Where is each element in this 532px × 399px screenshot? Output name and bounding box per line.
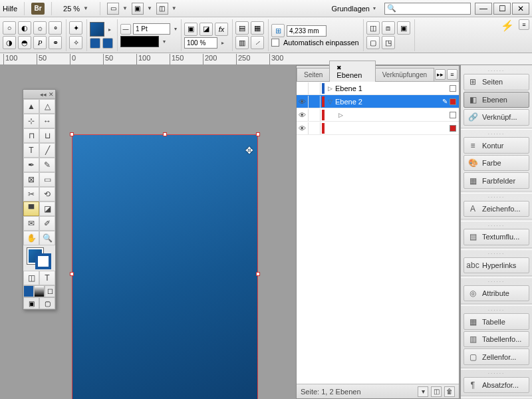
selection-handle[interactable] — [163, 132, 167, 136]
transform-tool[interactable]: ⟲ — [39, 187, 55, 201]
delete-layer-icon[interactable]: 🗑 — [444, 386, 455, 397]
view-options[interactable]: ▭▼ — [107, 3, 128, 15]
ref-point-icon[interactable]: ⊞ — [271, 24, 285, 37]
apply-none-icon[interactable]: ☐ — [45, 285, 55, 297]
selection-handle[interactable] — [70, 272, 74, 276]
hand-tool[interactable]: ✋ — [23, 231, 39, 245]
autofit-checkbox[interactable] — [271, 39, 279, 47]
tab-verknuepfungen[interactable]: Verknüpfungen — [375, 68, 434, 81]
visibility-toggle[interactable]: 👁 — [297, 122, 309, 134]
panel-menu-icon[interactable]: ≡ — [519, 19, 529, 30]
dock-button-tabellenfo-[interactable]: ▥Tabellenfo... — [464, 331, 529, 348]
swatch-small[interactable] — [90, 38, 100, 49]
wrap-icon[interactable]: ▤ — [235, 21, 249, 35]
dock-button-absatzfor-[interactable]: ¶Absatzfor... — [464, 377, 529, 394]
tab-ebenen[interactable]: ✖ Ebenen — [329, 61, 375, 82]
tool-icon[interactable]: P — [33, 36, 47, 49]
line-tool[interactable]: ╱ — [39, 143, 55, 158]
maximize-button[interactable]: ☐ — [493, 3, 511, 15]
screen-mode[interactable]: ▣▼ — [132, 3, 152, 15]
page-tool[interactable]: ⊹ — [23, 114, 39, 128]
dock-button-zellenfor-[interactable]: ▢Zellenfor... — [464, 348, 529, 365]
effects-icon[interactable]: ▣ — [184, 23, 198, 36]
visibility-toggle[interactable]: 👁 — [297, 96, 309, 108]
selection-tool[interactable]: ▲ — [23, 99, 39, 114]
new-layer-icon[interactable]: ◫ — [431, 386, 442, 397]
pen-tool[interactable]: ✒ — [23, 158, 39, 172]
expand-arrow-icon[interactable]: ▽ — [326, 98, 334, 105]
zoom-tool[interactable]: 🔍 — [39, 231, 55, 245]
tool-icon[interactable]: ✦ — [69, 21, 82, 35]
apply-color-icon[interactable] — [23, 285, 34, 297]
selection-indicator[interactable] — [450, 112, 456, 118]
fit-icon[interactable]: ⧈ — [382, 21, 395, 35]
gradient-swatch-tool[interactable]: ▀ — [23, 201, 39, 216]
swatch-small[interactable] — [102, 38, 113, 49]
selected-rectangle[interactable] — [72, 134, 258, 399]
dock-button-verkn-pf-[interactable]: 🔗Verknüpf... — [464, 109, 529, 126]
dock-button-ebenen[interactable]: ◧Ebenen — [464, 92, 529, 108]
quick-apply-icon[interactable]: ⚡ — [499, 19, 516, 32]
gap-tool[interactable]: ↔ — [39, 114, 55, 128]
effects-icon[interactable]: ◪ — [200, 23, 213, 36]
fit-icon[interactable]: ▣ — [397, 21, 410, 35]
zoom-level[interactable]: 25 %▼ — [59, 3, 93, 15]
format-container-icon[interactable]: ◫ — [23, 271, 39, 285]
note-tool[interactable]: ✉ — [23, 216, 39, 231]
dock-button-attribute[interactable]: ◎Attribute — [464, 285, 529, 302]
visibility-toggle[interactable]: 👁 — [297, 109, 309, 121]
content-placer-tool[interactable]: ⊔ — [39, 128, 55, 143]
selection-handle[interactable] — [256, 132, 260, 136]
selection-indicator[interactable] — [450, 85, 456, 92]
fill-stroke-swatch[interactable] — [23, 245, 55, 271]
expand-arrow-icon[interactable]: ▷ — [326, 85, 334, 92]
visibility-toggle[interactable] — [297, 82, 309, 94]
collapse-icon[interactable]: ▸▸ — [435, 69, 446, 80]
tool-icon[interactable]: ☼ — [33, 21, 47, 35]
canvas[interactable]: ✥ ◂◂ ✕ ▲△ ⊹↔ ⊓⊔ T╱ ✒✎ ⊠▭ ✂⟲ ▀◪ ✉✐ ✋🔍 ◫T … — [0, 65, 532, 399]
stroke-weight-input[interactable]: 1 Pt — [133, 23, 170, 35]
wrap-icon[interactable]: ▥ — [235, 36, 249, 49]
selection-handle[interactable] — [256, 272, 260, 276]
tool-icon[interactable]: ○ — [3, 21, 16, 35]
layer-row[interactable]: ▷Ebene 1 — [297, 82, 459, 95]
fit-icon[interactable]: ▢ — [366, 36, 380, 49]
selection-indicator[interactable] — [450, 98, 456, 105]
layer-row[interactable]: 👁 — [297, 122, 459, 135]
tool-icon[interactable]: ◐ — [18, 21, 31, 35]
pencil-tool[interactable]: ✎ — [39, 158, 55, 172]
view-mode-preview[interactable]: ▢ — [39, 297, 55, 309]
format-text-icon[interactable]: T — [39, 271, 55, 285]
dock-button-seiten[interactable]: ⊞Seiten — [464, 74, 529, 90]
rectangle-tool[interactable]: ▭ — [39, 172, 55, 187]
lock-toggle[interactable] — [309, 109, 321, 121]
tool-icon[interactable]: ✧ — [69, 36, 82, 49]
fit-icon[interactable]: ◳ — [382, 36, 395, 49]
search-input[interactable]: 🔍 — [384, 3, 471, 15]
eyedropper-tool[interactable]: ✐ — [39, 216, 55, 231]
panel-menu-icon[interactable]: ≡ — [447, 69, 458, 80]
gradient-feather-tool[interactable]: ◪ — [39, 201, 55, 216]
content-collector-tool[interactable]: ⊓ — [23, 128, 39, 143]
fill-swatch[interactable] — [90, 22, 104, 37]
selection-handle[interactable] — [70, 132, 74, 136]
view-mode-normal[interactable]: ▣ — [23, 297, 39, 309]
tab-seiten[interactable]: Seiten — [297, 68, 330, 81]
close-button[interactable]: ✕ — [512, 3, 529, 15]
selection-indicator[interactable] — [450, 125, 456, 132]
lock-toggle[interactable] — [309, 82, 321, 94]
minimize-button[interactable]: — — [475, 3, 492, 15]
layer-row[interactable]: 👁▽Ebene 2✎ — [297, 95, 459, 108]
new-sublayer-icon[interactable]: ▾ — [418, 386, 428, 397]
direct-selection-tool[interactable]: △ — [39, 99, 55, 114]
expand-arrow-icon[interactable]: ▷ — [336, 112, 344, 118]
tool-icon[interactable]: ◑ — [3, 36, 16, 49]
dock-button-textumflu-[interactable]: ▤Textumflu... — [464, 229, 529, 245]
dock-button-tabelle[interactable]: ▦Tabelle — [464, 313, 529, 330]
dock-button-kontur[interactable]: ≡Kontur — [464, 137, 529, 154]
layer-name[interactable]: Ebene 1 — [334, 84, 450, 92]
scissors-tool[interactable]: ✂ — [23, 187, 39, 201]
lock-toggle[interactable] — [309, 96, 321, 108]
arrange[interactable]: ◫▼ — [156, 3, 177, 15]
wrap-icon[interactable]: ⟋ — [251, 36, 264, 49]
